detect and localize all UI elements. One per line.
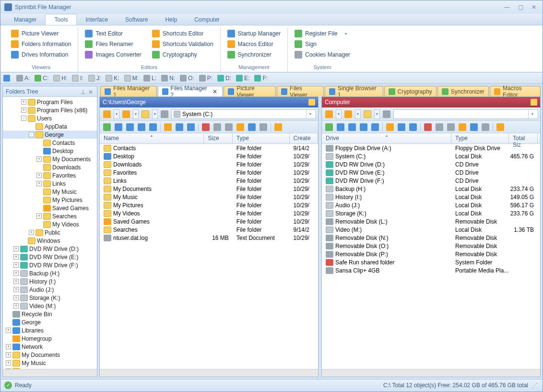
tree-node[interactable]: +My Music <box>3 359 97 367</box>
menu-help[interactable]: Help <box>156 14 186 25</box>
pin-icon[interactable]: ⊥ <box>81 89 86 95</box>
toolbar-action[interactable] <box>136 122 147 132</box>
tree-node[interactable]: -George <box>3 131 97 139</box>
toolbar-action[interactable] <box>370 122 380 132</box>
column-header[interactable]: Type <box>233 133 290 143</box>
left-pane-refresh-icon[interactable] <box>308 99 315 106</box>
tree-node[interactable]: +My Videos <box>3 220 97 228</box>
menu-software[interactable]: Software <box>117 14 156 25</box>
tree-toggle[interactable]: + <box>6 328 11 333</box>
drive-row[interactable]: Sansa Clip+ 4GBPortable Media Pla... <box>322 266 540 274</box>
tree-node[interactable]: +Favorites <box>3 171 97 179</box>
tree-toggle[interactable]: - <box>29 132 34 137</box>
ribbon-shortcuts-validation[interactable]: Shortcuts Validation <box>150 40 215 48</box>
tab-files-manager-1[interactable]: Files Manager 1 <box>100 86 157 96</box>
drive-A:[interactable]: A: <box>16 75 30 82</box>
ribbon-files-renamer[interactable]: Files Renamer <box>83 40 143 48</box>
tree-toggle[interactable]: + <box>36 156 42 162</box>
tree-node[interactable]: +Recycle Bin <box>3 310 97 318</box>
file-row[interactable]: ContactsFile folder9/14/2 <box>100 144 318 152</box>
menu-tools[interactable]: Tools <box>45 14 77 25</box>
tree-node[interactable]: +George <box>3 318 97 326</box>
tree-toggle[interactable]: + <box>13 295 19 300</box>
ribbon-cookies-manager[interactable]: Cookies Manager <box>293 50 352 59</box>
back-dropdown-r[interactable]: ▾ <box>336 109 342 119</box>
column-header[interactable]: ▴Drive <box>322 133 451 143</box>
ribbon-images-converter[interactable]: Images Converter <box>83 50 143 59</box>
column-header[interactable]: Create <box>290 133 318 143</box>
toolbar-action[interactable] <box>224 122 234 132</box>
menu-computer[interactable]: Computer <box>186 14 228 25</box>
tree-node[interactable]: +Audio (J:) <box>3 285 97 294</box>
tree-node[interactable]: +My Pictures <box>3 196 97 204</box>
drive-row[interactable]: Removable Disk (L:)Removable Disk <box>322 217 540 226</box>
tree-node[interactable]: -Users <box>3 114 97 122</box>
tree-node[interactable]: +Libraries <box>3 326 97 334</box>
drive-P:[interactable]: P: <box>199 75 212 82</box>
up-dropdown[interactable]: ▾ <box>152 109 158 119</box>
tree-node[interactable]: +My Music <box>3 188 97 196</box>
tree-node[interactable]: +Windows <box>3 237 97 245</box>
toolbar-action[interactable] <box>247 122 257 132</box>
toolbar-action[interactable] <box>480 122 491 132</box>
drive-row[interactable]: Audio (J:)Local Disk596.17 G <box>322 201 540 209</box>
file-row[interactable]: ntuser.dat.log16 MBText Document10/29/ <box>100 234 318 242</box>
drive-C:[interactable]: C: <box>35 75 48 82</box>
tree-toggle[interactable]: + <box>13 246 19 251</box>
tree-toggle[interactable]: + <box>29 230 34 235</box>
drive-L:[interactable]: L: <box>143 75 156 82</box>
tree-node[interactable]: +DVD RW Drive (D:) <box>3 245 97 253</box>
file-row[interactable]: My MusicFile folder10/29/ <box>100 193 318 201</box>
drive-row[interactable]: Storage (K:)Local Disk233.76 G <box>322 209 540 217</box>
tree-node[interactable]: +DVD RW Drive (E:) <box>3 253 97 261</box>
drive-row[interactable]: Backup (H:)Local Disk233.74 G <box>322 185 540 193</box>
tree-toggle[interactable]: + <box>6 344 11 349</box>
toolbar-action[interactable] <box>324 122 334 132</box>
drive-row[interactable]: Removable Disk (O:)Removable Disk <box>322 242 540 250</box>
tree-node[interactable]: +Program Files <box>3 98 97 106</box>
ribbon-folders-information[interactable]: Folders Information <box>9 40 73 48</box>
tree-toggle[interactable]: + <box>21 99 26 105</box>
column-header[interactable]: Type <box>451 133 509 143</box>
drive-refresh[interactable] <box>3 75 12 82</box>
tab-close-icon[interactable]: ✕ <box>212 88 218 95</box>
toolbar-action[interactable] <box>212 122 223 132</box>
menu-interface[interactable]: Interface <box>77 14 117 25</box>
tree-node[interactable]: +DVD RW Drive (F:) <box>3 261 97 269</box>
right-pane-refresh-icon[interactable] <box>531 99 537 106</box>
hist-button[interactable] <box>121 109 131 119</box>
toolbar-action[interactable] <box>186 122 196 132</box>
toolbar-action[interactable] <box>235 122 246 132</box>
right-path-combo[interactable]: ▾ <box>393 109 538 119</box>
drive-row[interactable]: DVD RW Drive (E:)CD Drive <box>322 168 540 177</box>
toolbar-action[interactable] <box>201 122 211 132</box>
toolbar-action[interactable] <box>335 122 346 132</box>
ribbon-cryptography[interactable]: Cryptography <box>150 50 215 59</box>
tree-toggle[interactable]: + <box>6 360 11 366</box>
tree-node[interactable]: +Storage (K:) <box>3 294 97 302</box>
close-panel-icon[interactable]: ✕ <box>88 89 94 95</box>
tree-toggle[interactable]: + <box>13 287 19 292</box>
toolbar-action[interactable] <box>258 122 269 132</box>
ribbon-register-file[interactable]: Register File▾ <box>293 29 352 38</box>
ribbon-drives-information[interactable]: Drives Information <box>9 50 73 59</box>
drive-K:[interactable]: K: <box>106 75 119 82</box>
tree-node[interactable]: +Video (M:) <box>3 302 97 310</box>
left-path-combo[interactable]: System (C:) ▾ <box>171 109 316 119</box>
tree-node[interactable]: +Homegroup <box>3 334 97 343</box>
hist-button-r[interactable] <box>343 109 354 119</box>
file-row[interactable]: DownloadsFile folder10/29/ <box>100 160 318 168</box>
drive-button[interactable] <box>159 109 170 119</box>
hist-dropdown-r[interactable]: ▾ <box>355 109 361 119</box>
tree-node[interactable]: +Program Files (x86) <box>3 106 97 114</box>
tree-node[interactable]: +Contacts <box>3 139 97 147</box>
toolbar-action[interactable] <box>434 122 445 132</box>
file-row[interactable]: Saved GamesFile folder10/29/ <box>100 217 318 226</box>
toolbar-action[interactable] <box>163 122 173 132</box>
tab-single-browser-1[interactable]: Single Browser 1 <box>325 86 383 96</box>
menu-manager[interactable]: Manager <box>5 14 45 25</box>
tab-files-viewer[interactable]: Files Viewer <box>277 86 324 96</box>
tab-files-manager-2[interactable]: Files Manager 2✕ <box>158 86 223 96</box>
file-row[interactable]: LinksFile folder10/29/ <box>100 177 318 185</box>
drive-row[interactable]: DVD RW Drive (D:)CD Drive <box>322 160 540 168</box>
